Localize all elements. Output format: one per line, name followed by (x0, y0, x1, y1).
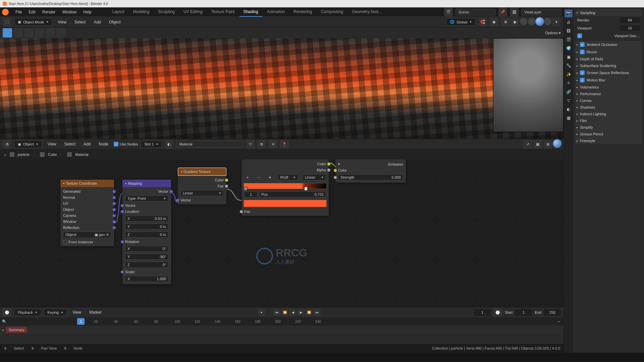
viewlayer-icon[interactable]: 🖼 (510, 8, 519, 16)
node-color-ramp[interactable]: Color Alpha + − ▾ RGB▼ Linear▼ 1 (241, 160, 329, 216)
mode-dropdown[interactable]: ▣ Object Mode ▼ (14, 18, 52, 26)
play-reverse-icon[interactable]: ◀ (289, 309, 297, 316)
scene-pin-icon[interactable]: 📌 (498, 8, 507, 16)
socket-uv[interactable] (113, 202, 116, 205)
panel-film[interactable]: ▸Film (575, 117, 642, 124)
ramp-mode-select[interactable]: RGB▼ (278, 174, 298, 180)
node-mapping[interactable]: ▾Mapping Vector Type: Point▼ Vector Loca… (122, 180, 171, 284)
viewlayer-input[interactable] (521, 9, 561, 15)
keyframe-next-icon[interactable]: ⏩ (305, 309, 313, 316)
view3d-menu-view[interactable]: View (55, 18, 69, 26)
view3d-menu-add[interactable]: Add (91, 18, 103, 26)
transform-tool[interactable] (56, 28, 66, 38)
loc-z[interactable]: Z0 m (125, 232, 168, 238)
socket-strength[interactable] (334, 176, 337, 179)
tab-rendering[interactable]: Rendering (289, 7, 316, 17)
shading-options-chevron-icon[interactable]: ▾ (552, 18, 561, 26)
start-frame[interactable]: 1 (515, 309, 532, 316)
playhead[interactable]: 1 (77, 318, 85, 325)
shading-rendered[interactable] (544, 18, 551, 25)
shading-material[interactable] (536, 18, 543, 25)
ruler-resize-icon[interactable]: ↔ (557, 319, 561, 323)
material-unlink-icon[interactable]: ✕ (269, 140, 277, 148)
material-copy-icon[interactable]: ⧉ (257, 140, 266, 148)
select-box-tool[interactable] (3, 28, 12, 38)
jump-end-icon[interactable]: ⏭ (313, 309, 321, 316)
viewport-options-button[interactable]: Options ▾ (545, 31, 561, 35)
scale-x[interactable]: X1.000 (125, 276, 168, 282)
panel-screen-space-reflections[interactable]: ▸✓Screen Space Reflections (575, 69, 642, 76)
viewport-denoise-checkbox[interactable]: ✓ (577, 34, 582, 38)
node-menu-node[interactable]: Node (96, 140, 111, 148)
collapse-icon[interactable]: ▾ (125, 182, 126, 185)
tab-uvediting[interactable]: UV Editing (179, 7, 207, 17)
physics-tab-icon[interactable]: ⚛ (565, 79, 573, 87)
node-title[interactable]: ▾Mapping (122, 180, 171, 187)
socket-generated[interactable] (113, 190, 116, 193)
ramp-add-icon[interactable]: + (244, 174, 251, 181)
scene-tab-icon[interactable]: 🎬 (565, 36, 573, 44)
collapse-icon[interactable]: ▾ (338, 162, 340, 166)
panel-freestyle[interactable]: ▸Freestyle (575, 137, 642, 144)
timeline-menu-view[interactable]: View (70, 309, 84, 316)
use-nodes-checkbox[interactable]: ✓ (114, 142, 118, 146)
view3d-menu-select[interactable]: Select (72, 18, 88, 26)
frame-lock-icon[interactable]: 🕐 (493, 308, 502, 317)
tab-modeling[interactable]: Modeling (129, 7, 154, 17)
object-tab-icon[interactable]: ▣ (565, 53, 573, 61)
material-tab-icon[interactable]: ◐ (565, 105, 573, 113)
overlay-icon[interactable]: ◉ (511, 18, 519, 26)
socket-rotation[interactable] (121, 240, 124, 243)
world-tab-icon[interactable]: 🌍 (565, 44, 573, 52)
color-ramp-bar[interactable] (244, 183, 327, 189)
material-shield-icon[interactable]: 🛡 (246, 140, 255, 148)
jump-start-icon[interactable]: ⏮ (273, 309, 280, 316)
ramp-current-color[interactable] (244, 200, 327, 207)
viewlayer-tab-icon[interactable]: 🖼 (565, 27, 573, 35)
panel-shadows[interactable]: ▸Shadows (575, 104, 642, 111)
socket-camera[interactable] (113, 214, 116, 217)
panel-depth-of-field[interactable]: ▸Depth of Field (575, 56, 642, 62)
ramp-pos[interactable]: Pos0.731 (259, 191, 326, 197)
timeline-summary[interactable]: ▸ Summary (0, 325, 564, 334)
pin-icon[interactable]: 📍 (280, 140, 289, 148)
node-menu-select[interactable]: Select (62, 140, 78, 148)
rotate-tool[interactable] (35, 28, 44, 38)
panel-ambient-occlusion[interactable]: ▸✓Ambient Occlusion (575, 41, 642, 48)
tab-texturepaint[interactable]: Texture Paint (207, 7, 239, 17)
proportional-icon[interactable]: ◉ (490, 18, 498, 26)
tab-animation[interactable]: Animation (263, 7, 289, 17)
socket-vector[interactable] (176, 199, 179, 202)
node-menu-view[interactable]: View (45, 140, 59, 148)
socket-color[interactable] (225, 179, 228, 182)
socket-location[interactable] (121, 210, 124, 213)
timeline-editor-icon[interactable]: 🕐 (3, 308, 11, 317)
move-tool[interactable] (24, 28, 34, 38)
node-graph[interactable]: ▾Texture Coordinate Generated Normal UV … (0, 160, 564, 307)
view3d-menu-object[interactable]: Object (106, 18, 123, 26)
node-shading-ball[interactable] (553, 140, 561, 147)
crumb-particle[interactable]: particle (18, 153, 30, 157)
viewport-samples[interactable]: 16 (620, 25, 640, 31)
panel-volumetrics[interactable]: ▸Volumetrics (575, 84, 642, 90)
node-overlay-icon[interactable]: ▦ (533, 140, 542, 148)
editor-type-icon[interactable]: ⬚ (3, 18, 11, 26)
material-browse-icon[interactable]: ◐ (165, 140, 173, 148)
socket-window[interactable] (113, 220, 116, 223)
timeline-menu-marker[interactable]: Marker (87, 309, 104, 316)
socket-fac[interactable] (225, 185, 228, 188)
collapse-icon[interactable]: ▾ (63, 182, 64, 185)
timeline-ruler[interactable]: 🔍 ↔ 1 20 40 60 80 100 120 140 160 180 20… (0, 317, 564, 325)
output-tab-icon[interactable]: 🖨 (565, 18, 573, 26)
socket-alpha[interactable] (327, 169, 330, 172)
from-instancer-checkbox[interactable] (63, 240, 67, 244)
socket-object[interactable] (113, 208, 116, 211)
3d-viewport[interactable] (0, 38, 564, 139)
snap-icon[interactable]: 🧲 (478, 18, 487, 26)
ramp-menu-chevron-icon[interactable]: ▾ (267, 174, 273, 181)
panel-checkbox[interactable]: ✓ (580, 42, 585, 47)
modifier-tab-icon[interactable]: 🔧 (565, 62, 573, 70)
ramp-index[interactable]: 1 (244, 191, 258, 197)
search-icon[interactable]: 🔍 (2, 319, 7, 324)
orientation-dropdown[interactable]: 🌐 Global ▼ (446, 18, 476, 26)
